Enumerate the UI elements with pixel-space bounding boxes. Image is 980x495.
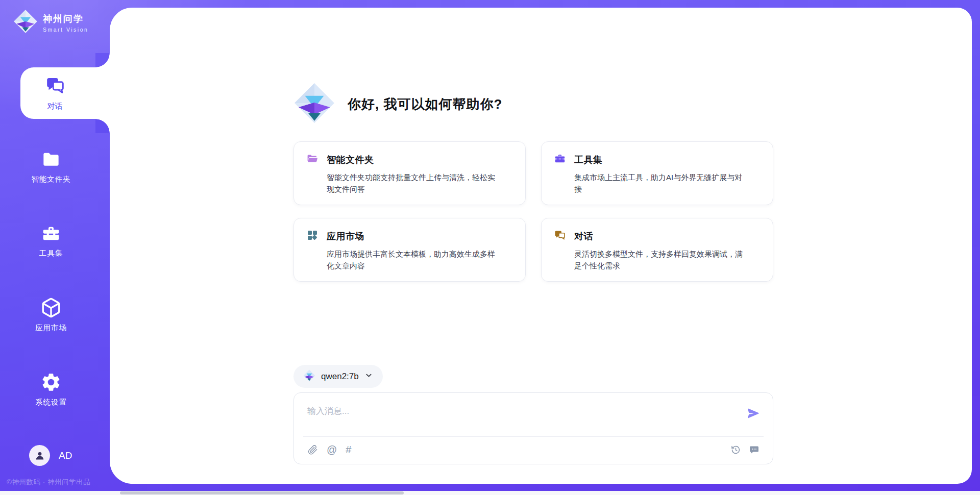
sidebar-item-smart-folder[interactable]: 智能文件夹 bbox=[0, 150, 102, 184]
chat-icon bbox=[554, 229, 566, 243]
folder-icon bbox=[0, 150, 102, 170]
diamond-logo-icon bbox=[293, 82, 335, 126]
chevron-down-icon bbox=[364, 371, 373, 382]
toolbox-icon bbox=[554, 153, 566, 167]
app-root: 神州问学 Smart Vision 对话 bbox=[0, 0, 980, 495]
sidebar-item-label: 智能文件夹 bbox=[0, 175, 102, 184]
card-title: 工具集 bbox=[574, 154, 603, 166]
cube-icon bbox=[0, 297, 102, 318]
sidebar-item-toolset[interactable]: 工具集 bbox=[0, 224, 102, 258]
send-button[interactable] bbox=[747, 407, 760, 420]
main-content: 你好, 我可以如何帮助你? 智能文件夹 智能文件夹功能支持批量文件上传与清洗，轻… bbox=[293, 8, 773, 464]
composer-tools: @ # bbox=[307, 444, 351, 455]
message-composer: @ # bbox=[293, 392, 773, 464]
chat-bubble-icon bbox=[749, 444, 760, 455]
brand-title: 神州问学 bbox=[43, 13, 88, 25]
card-title: 应用市场 bbox=[327, 230, 364, 242]
mention-button[interactable]: @ bbox=[327, 444, 337, 455]
brand-text: 神州问学 Smart Vision bbox=[43, 13, 88, 33]
conversation-button[interactable] bbox=[749, 444, 760, 455]
hash-icon: # bbox=[346, 444, 351, 455]
sidebar-item-app-market[interactable]: 应用市场 bbox=[0, 297, 102, 333]
user-account[interactable]: AD bbox=[29, 445, 72, 466]
card-app-market[interactable]: 应用市场 应用市场提供丰富长文本模板，助力高效生成多样化文章内容 bbox=[293, 218, 526, 282]
brand-logo[interactable]: 神州问学 Smart Vision bbox=[13, 9, 88, 36]
card-chat[interactable]: 对话 灵活切换多模型文件，支持多样回复效果调试，满足个性化需求 bbox=[541, 218, 773, 282]
greeting-text: 你好, 我可以如何帮助你? bbox=[348, 95, 502, 113]
sidebar-item-settings[interactable]: 系统设置 bbox=[0, 372, 102, 407]
model-name: qwen2:7b bbox=[321, 372, 359, 382]
brand-subtitle: Smart Vision bbox=[43, 27, 88, 33]
toolbox-icon bbox=[0, 224, 102, 244]
history-button[interactable] bbox=[730, 444, 741, 455]
sidebar-item-label: 工具集 bbox=[0, 249, 102, 258]
avatar bbox=[29, 445, 50, 466]
greeting-block: 你好, 我可以如何帮助你? bbox=[293, 82, 773, 126]
apps-grid-icon bbox=[306, 229, 318, 243]
scrollbar-thumb[interactable] bbox=[120, 491, 404, 494]
send-icon bbox=[747, 407, 760, 420]
sidebar-item-chat[interactable]: 对话 bbox=[20, 67, 111, 119]
feature-cards: 智能文件夹 智能文件夹功能支持批量文件上传与清洗，轻松实现文件问答 bbox=[293, 141, 773, 282]
model-selector[interactable]: qwen2:7b bbox=[293, 365, 383, 388]
user-icon bbox=[34, 450, 46, 462]
card-title: 对话 bbox=[574, 230, 593, 242]
topic-button[interactable]: # bbox=[346, 444, 351, 455]
composer-divider bbox=[303, 436, 764, 437]
attach-file-button[interactable] bbox=[307, 444, 318, 455]
card-toolset[interactable]: 工具集 集成市场上主流工具，助力AI与外界无缝扩展与对接 bbox=[541, 141, 773, 205]
card-smart-folder[interactable]: 智能文件夹 智能文件夹功能支持批量文件上传与清洗，轻松实现文件问答 bbox=[293, 141, 526, 205]
copyright-footer: ©神州数码 · 神州问学出品 bbox=[7, 478, 90, 487]
card-description: 集成市场上主流工具，助力AI与外界无缝扩展与对接 bbox=[574, 171, 745, 195]
composer-tools-right bbox=[730, 444, 760, 455]
diamond-logo-icon bbox=[13, 9, 38, 36]
message-input[interactable] bbox=[307, 404, 736, 419]
gear-icon bbox=[0, 372, 102, 393]
at-icon: @ bbox=[327, 444, 337, 455]
sidebar-item-label: 对话 bbox=[47, 102, 63, 111]
sidebar-item-label: 应用市场 bbox=[0, 323, 102, 333]
sidebar: 神州问学 Smart Vision 对话 bbox=[0, 0, 110, 495]
user-initials: AD bbox=[59, 450, 72, 461]
tab-connector-bottom bbox=[95, 119, 110, 133]
paperclip-icon bbox=[307, 444, 318, 455]
card-description: 应用市场提供丰富长文本模板，助力高效生成多样化文章内容 bbox=[327, 248, 497, 272]
card-description: 灵活切换多模型文件，支持多样回复效果调试，满足个性化需求 bbox=[574, 248, 745, 272]
sidebar-item-label: 系统设置 bbox=[0, 398, 102, 407]
main-panel: 你好, 我可以如何帮助你? 智能文件夹 智能文件夹功能支持批量文件上传与清洗，轻… bbox=[110, 8, 972, 484]
tab-connector-top bbox=[95, 53, 110, 67]
history-icon bbox=[730, 444, 741, 455]
card-description: 智能文件夹功能支持批量文件上传与清洗，轻松实现文件问答 bbox=[327, 171, 497, 195]
horizontal-scrollbar bbox=[0, 491, 980, 495]
folder-icon bbox=[306, 153, 318, 167]
diamond-logo-icon bbox=[303, 369, 315, 384]
card-title: 智能文件夹 bbox=[327, 154, 374, 166]
chat-icon bbox=[45, 76, 65, 98]
